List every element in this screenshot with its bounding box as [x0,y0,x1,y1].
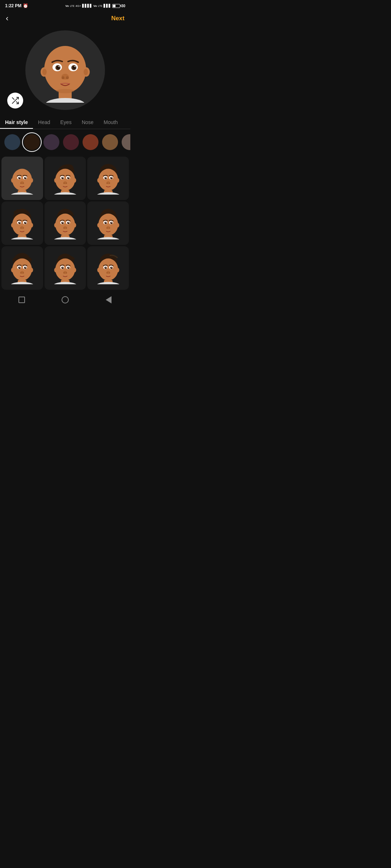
svg-point-4 [42,69,47,75]
svg-point-33 [55,169,75,191]
svg-point-126 [68,267,69,267]
svg-point-74 [10,237,34,239]
style-item-5[interactable] [87,201,129,245]
style-item-4[interactable] [45,201,86,245]
svg-point-119 [54,268,58,272]
svg-point-19 [12,169,32,191]
svg-point-54 [105,177,106,178]
svg-point-11 [59,66,60,67]
svg-point-85 [63,227,65,229]
svg-point-100 [106,227,108,229]
shuffle-button[interactable] [7,93,23,109]
svg-point-27 [25,177,26,178]
svg-point-104 [12,259,32,281]
svg-point-106 [30,268,33,272]
avatar-circle [25,30,105,110]
next-button[interactable]: Next [111,15,125,22]
svg-point-118 [55,259,75,281]
svg-point-142 [106,272,108,274]
top-nav: ‹ Next [0,10,130,27]
color-swatch-3[interactable] [63,134,79,150]
svg-point-47 [98,169,118,191]
style-item-2[interactable] [87,157,129,200]
color-swatch-1[interactable] [24,134,40,150]
svg-point-44 [66,183,67,184]
avatar-face [36,38,94,103]
svg-point-129 [66,272,67,274]
svg-point-29 [20,183,22,184]
back-nav-icon [106,296,112,303]
color-row [0,129,130,155]
svg-point-134 [115,268,119,272]
svg-point-132 [98,259,118,281]
style-item-0[interactable] [1,157,43,200]
svg-point-128 [63,272,65,274]
svg-point-34 [54,178,58,183]
back-nav-button[interactable] [104,295,114,305]
svg-point-62 [11,223,15,227]
svg-point-140 [111,267,112,267]
svg-point-61 [12,214,32,236]
tab-head[interactable]: Head [33,116,55,129]
tab-hairstyle[interactable]: Hair style [0,116,33,129]
svg-point-16 [62,76,64,79]
color-swatch-4[interactable] [83,134,98,150]
back-button[interactable]: ‹ [6,14,8,23]
svg-point-131 [54,282,77,284]
svg-point-1 [45,98,85,103]
recent-apps-button[interactable] [17,295,27,305]
home-button[interactable] [60,295,70,305]
svg-point-76 [54,223,58,227]
svg-point-35 [73,178,76,183]
shuffle-icon [11,96,20,105]
svg-point-58 [109,183,110,184]
svg-point-111 [20,267,20,267]
style-item-6[interactable] [1,246,43,290]
tab-eyes[interactable]: Eyes [55,116,77,129]
svg-point-117 [10,282,34,284]
style-item-1[interactable] [45,157,86,200]
svg-point-30 [23,183,24,184]
svg-point-125 [62,267,63,267]
svg-point-101 [109,227,110,229]
style-item-3[interactable] [1,201,43,245]
svg-point-32 [10,192,34,195]
svg-point-83 [68,222,69,222]
status-time: 1:22 PM ⏰ [5,3,28,8]
svg-point-14 [75,66,76,67]
color-swatch-6[interactable] [122,134,130,150]
tabs-container: Hair style Head Eyes Nose Mouth [0,116,130,129]
svg-point-143 [109,272,110,274]
svg-point-21 [30,178,33,183]
battery-fill [113,5,115,7]
home-icon [62,296,69,303]
svg-point-49 [115,178,119,183]
svg-point-105 [11,268,15,272]
tab-nose[interactable]: Nose [77,116,99,129]
svg-point-75 [55,214,75,236]
svg-point-90 [98,214,118,236]
color-swatch-0[interactable] [4,134,20,150]
svg-point-40 [62,177,63,178]
svg-point-68 [20,222,20,222]
color-swatch-2[interactable] [43,134,59,150]
svg-point-115 [23,272,24,274]
style-item-7[interactable] [45,246,86,290]
svg-point-63 [30,223,33,227]
svg-point-103 [97,237,120,239]
battery-icon [112,4,120,8]
svg-point-112 [25,267,26,267]
svg-point-88 [54,237,77,239]
svg-point-60 [97,192,120,195]
svg-point-145 [97,282,120,284]
color-swatch-5[interactable] [102,134,118,150]
style-item-8[interactable] [87,246,129,290]
tab-mouth[interactable]: Mouth [98,116,123,129]
avatar-preview [0,27,130,116]
svg-point-92 [115,223,119,227]
svg-point-114 [20,272,22,274]
svg-point-82 [62,222,63,222]
svg-point-43 [63,183,65,184]
style-grid [0,155,130,291]
svg-point-18 [56,89,74,93]
